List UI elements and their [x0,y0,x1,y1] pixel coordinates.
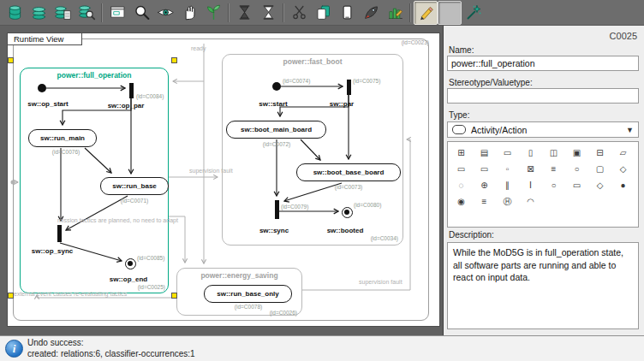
palette-icon[interactable]: ≡ [473,193,496,210]
join-op-sync[interactable] [57,225,62,242]
magic-wand-icon [465,3,483,21]
palette-icon[interactable]: ▢ [588,161,611,177]
state-label: sw::booted [327,227,364,234]
palette-icon[interactable]: ◌ [450,177,473,193]
cut-button[interactable] [287,1,311,25]
pan-hand-icon [181,3,199,21]
frame-port-dot [11,180,15,185]
copy-cards-icon [314,3,332,21]
state-run-base[interactable]: sw::run_base [100,177,169,195]
palette-icon[interactable]: ◉ [450,193,473,210]
state-boot-base-board[interactable]: sw::boot_base_board [296,163,401,181]
id-label: (id=C0079) [281,204,308,210]
timer-filled-button[interactable] [232,1,256,25]
palette-icon[interactable]: ◫ [542,145,565,161]
palette-icon[interactable]: ● [611,177,635,193]
id-label: (id=C0074) [283,78,310,84]
selection-handle[interactable] [8,293,14,299]
palette-icon[interactable]: ▭ [450,161,473,177]
name-input[interactable] [447,56,639,71]
growth-button[interactable] [201,1,225,25]
info-icon: i [5,340,23,358]
palette-icon[interactable]: ◇ [588,177,611,193]
palette-icon[interactable]: ▯ [519,145,542,161]
fork-op-par[interactable] [129,83,134,98]
palette-icon[interactable]: Ⓗ [496,193,519,210]
palette-icon[interactable]: ⊞ [450,145,473,161]
palette-icon[interactable]: ○ [542,177,565,193]
selection-handle[interactable] [8,57,14,63]
repository-button[interactable] [3,1,27,25]
description-label: Description: [449,230,494,240]
state-boot-main-board[interactable]: sw::boot_main_board [226,121,326,139]
type-label: Type: [449,110,469,120]
description-box[interactable]: While the MoD5G is in full_operation sta… [447,242,639,329]
state-label: sw::op_sync [32,247,73,255]
palette-icon[interactable]: ∥ [496,177,519,193]
frame-button[interactable] [105,1,129,25]
edge-label-supervision-fault: supervision fault [359,279,402,285]
timer-outline-button[interactable] [256,1,280,25]
repository-icon [6,3,24,21]
diagram-sheet[interactable]: (id=C0023) power::full_operation power::… [7,33,440,327]
state-run-base-only[interactable]: sw::run_base_only [204,285,292,303]
palette-icon[interactable]: ▭ [473,161,496,177]
status-line-2: created: relations:6, classifier-occurre… [27,349,195,358]
state-label: sw::op_par [108,102,145,109]
id-label: (id=C0025) [109,284,165,290]
final-state-booted[interactable] [342,207,353,218]
chevron-down-icon: ▼ [626,126,634,134]
stereotype-label: Stereotype/Valuetype: [449,78,533,87]
model-export-button[interactable] [51,1,75,25]
state-run-main[interactable]: sw::run_main [28,129,97,147]
zoom-button[interactable] [129,1,153,25]
palette-icon[interactable]: ◠ [519,193,542,210]
selection-handle[interactable] [171,293,177,299]
initial-state-op-start[interactable] [38,84,46,92]
fork-par[interactable] [347,80,351,95]
model-store-icon [30,3,48,21]
palette-icon[interactable]: ▣ [565,145,588,161]
state-label: sw::op_end [110,275,147,283]
model-search-icon [78,3,96,21]
palette-icon[interactable]: ⊠ [519,161,542,177]
palette-icon[interactable]: Ⅰ [519,177,542,193]
palette-icon[interactable]: ○ [565,161,588,177]
palette-icon[interactable]: ▭ [565,177,588,193]
growth-icon [205,3,223,21]
copy-button[interactable] [311,1,335,25]
initial-state-start[interactable] [272,82,281,91]
runtime-view-tab[interactable]: Runtime View [7,33,82,45]
id-label: (id=C0026) [241,310,297,316]
device-button[interactable] [335,1,359,25]
diagram-canvas[interactable]: Runtime View [0,26,443,335]
status-bar: i Undo success: created: relations:6, cl… [0,335,644,361]
final-state-op-end[interactable] [125,258,136,269]
blank-tool-button[interactable] [438,1,462,25]
wizard-button[interactable] [462,1,486,25]
state-label: sw::boot_base_board [313,169,385,176]
selection-handle[interactable] [171,57,177,63]
palette-icon[interactable]: ◇ [611,161,635,177]
model-store-button[interactable] [27,1,51,25]
palette-icon[interactable]: ⊕ [473,177,496,193]
stereotype-input[interactable] [447,88,639,104]
toolbar-separator [101,3,103,22]
state-label: sw::op_start [27,100,69,108]
palette-icon[interactable]: ≡ [542,161,565,177]
palette-icon[interactable]: ⊟ [588,145,611,161]
chart-edit-button[interactable] [383,1,407,25]
deploy-button[interactable] [359,1,383,25]
palette-icon[interactable]: ▫ [496,161,519,177]
view-button[interactable] [153,1,177,25]
palette-icon[interactable]: ▭ [496,145,519,161]
type-dropdown[interactable]: Activity/Action ▼ [447,121,639,138]
edit-tool-button[interactable] [414,1,438,25]
palette-icon[interactable]: ▤ [473,145,496,161]
join-sync[interactable] [275,200,279,219]
name-label: Name: [449,45,474,55]
toolbar-separator [409,3,411,22]
model-search-button[interactable] [75,1,98,25]
pan-button[interactable] [177,1,201,25]
palette-icon[interactable]: ▱ [611,145,635,161]
